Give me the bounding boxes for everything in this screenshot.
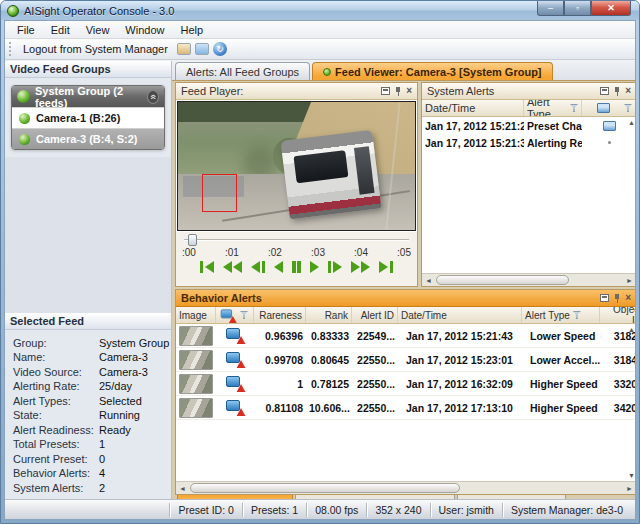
menu-edit[interactable]: Edit	[43, 22, 78, 38]
behavior-alerts-hscrollbar[interactable]: ◄ ►	[176, 481, 635, 494]
column-image[interactable]: Image	[176, 307, 216, 323]
fast-forward-button[interactable]	[351, 261, 371, 273]
alert-thumbnail[interactable]	[179, 374, 213, 394]
alert-thumbnail[interactable]	[179, 326, 213, 346]
column-alert-id[interactable]: Alert ID	[352, 307, 398, 323]
camera-status-icon	[19, 113, 30, 124]
scroll-track[interactable]	[188, 483, 624, 494]
maximize-button[interactable]: ▫	[564, 1, 591, 16]
play-button[interactable]	[310, 261, 319, 273]
scroll-track[interactable]	[434, 275, 624, 286]
sidebar-spacer	[5, 157, 171, 313]
close-icon[interactable]: ×	[625, 86, 631, 96]
column-datetime[interactable]: Date/Time	[398, 307, 522, 323]
scroll-up-arrow[interactable]: ▲	[628, 326, 635, 333]
refresh-icon[interactable]: ↻	[213, 42, 227, 56]
column-rank[interactable]: Rank	[306, 307, 352, 323]
pause-button[interactable]	[292, 261, 301, 273]
group-status-icon	[17, 90, 30, 103]
title-bar[interactable]: AISight Operator Console - 3.0 – ▫ ✕	[1, 1, 639, 20]
step-back-button[interactable]	[251, 261, 265, 273]
main-area: Alerts: All Feed Groups Feed Viewer: Cam…	[172, 61, 635, 499]
system-group-header[interactable]: System Group (2 feeds) «	[12, 86, 164, 107]
menu-help[interactable]: Help	[172, 22, 211, 38]
filter-icon[interactable]	[570, 104, 578, 112]
scroll-up-arrow[interactable]: ▲	[628, 119, 635, 126]
scroll-right-arrow[interactable]: ►	[624, 275, 635, 286]
scroll-right-arrow[interactable]: ►	[624, 483, 635, 494]
menu-file[interactable]: File	[9, 22, 43, 38]
tab-alerts-all-feed-groups[interactable]: Alerts: All Feed Groups	[175, 62, 310, 80]
feed-item-camera-1[interactable]: Camera-1 (B:26)	[12, 107, 164, 128]
filter-icon[interactable]	[624, 104, 632, 112]
behavior-alert-row[interactable]: 1 0.78125 22550... Jan 17, 2012 16:32:09…	[176, 372, 635, 396]
float-icon[interactable]	[600, 294, 609, 302]
app-icon	[7, 5, 19, 17]
float-icon[interactable]	[600, 87, 609, 95]
pin-icon[interactable]	[613, 87, 621, 96]
feed-item-label: Camera-1 (B:26)	[36, 112, 120, 124]
column-object-id[interactable]: Object ID	[600, 307, 635, 323]
minimize-button[interactable]: –	[537, 1, 564, 16]
scroll-left-arrow[interactable]: ◄	[177, 483, 188, 494]
video-frame[interactable]	[177, 101, 416, 231]
detection-box	[202, 174, 238, 212]
skip-end-button[interactable]	[379, 261, 393, 273]
field-value: 4	[99, 467, 105, 479]
status-user: User: jsmith	[430, 503, 502, 517]
field-value: System Group	[99, 337, 169, 349]
pin-icon[interactable]	[613, 294, 621, 303]
step-forward-button[interactable]	[328, 261, 342, 273]
behavior-alert-row[interactable]: 0.81108 10.606... 22550... Jan 17, 2012 …	[176, 396, 635, 420]
field-label: Name:	[13, 351, 99, 363]
close-icon[interactable]: ×	[406, 86, 412, 96]
column-alert-type[interactable]: Alert Type	[522, 307, 600, 323]
scroll-thumb[interactable]	[436, 275, 569, 285]
logout-button[interactable]: Logout from System Manager	[18, 41, 173, 57]
snapshot-icon[interactable]	[177, 43, 191, 55]
scroll-down-arrow[interactable]: ▼	[628, 472, 635, 479]
system-alert-row[interactable]: Jan 17, 2012 15:21:38 Alerting Re...	[422, 134, 635, 151]
collapse-group-button[interactable]: «	[147, 90, 159, 104]
system-alerts-hscrollbar[interactable]: ◄ ►	[422, 273, 635, 286]
field-value: 0	[99, 453, 105, 465]
scroll-thumb[interactable]	[190, 483, 460, 493]
filter-icon[interactable]	[573, 311, 581, 319]
slider-thumb[interactable]	[188, 234, 197, 246]
filter-icon[interactable]	[240, 311, 248, 319]
image-column-icon	[597, 103, 610, 113]
float-icon[interactable]	[381, 87, 390, 95]
system-group-box: System Group (2 feeds) « Camera-1 (B:26)…	[11, 85, 165, 150]
skip-start-button[interactable]	[200, 261, 214, 273]
column-alert-type[interactable]: Alert Type	[524, 100, 582, 116]
tab-feed-viewer-camera-3[interactable]: Feed Viewer: Camera-3 [System Group]	[312, 62, 552, 80]
column-rareness[interactable]: Rareness	[254, 307, 306, 323]
scroll-left-arrow[interactable]: ◄	[423, 275, 434, 286]
time-label: :03	[311, 247, 325, 258]
rewind-button[interactable]	[223, 261, 243, 273]
behavior-alert-row[interactable]: 0.99708 0.80645 22550... Jan 17, 2012 15…	[176, 348, 635, 372]
behavior-alert-row[interactable]: 0.96396 0.83333 22549... Jan 17, 2012 15…	[176, 324, 635, 348]
menu-window[interactable]: Window	[117, 22, 172, 38]
system-alert-row[interactable]: Jan 17, 2012 15:21:24 Preset Chan...	[422, 117, 635, 134]
alert-thumbnail[interactable]	[179, 350, 213, 370]
playback-slider[interactable]	[182, 234, 411, 246]
play-reverse-button[interactable]	[274, 261, 283, 273]
column-datetime[interactable]: Date/Time	[422, 100, 524, 116]
close-button[interactable]: ✕	[591, 1, 631, 16]
pin-icon[interactable]	[394, 87, 402, 96]
datetime-value: Jan 17, 2012 17:13:10	[398, 401, 522, 415]
menu-view[interactable]: View	[78, 22, 118, 38]
column-image[interactable]	[582, 100, 635, 116]
panel-title: Behavior Alerts	[181, 292, 262, 304]
field-label: Alert Types:	[13, 395, 99, 407]
feed-item-camera-3[interactable]: Camera-3 (B:4, S:2)	[12, 128, 164, 149]
close-icon[interactable]: ×	[625, 293, 631, 303]
image-icon[interactable]	[195, 43, 209, 55]
alert-datetime: Jan 17, 2012 15:21:24	[422, 119, 524, 133]
alert-thumbnail[interactable]	[179, 398, 213, 418]
tab-label: Alerts: All Feed Groups	[186, 66, 299, 78]
field-label: System Alerts:	[13, 482, 99, 494]
field-value: Ready	[99, 424, 131, 436]
column-alert-icon[interactable]	[216, 307, 254, 323]
